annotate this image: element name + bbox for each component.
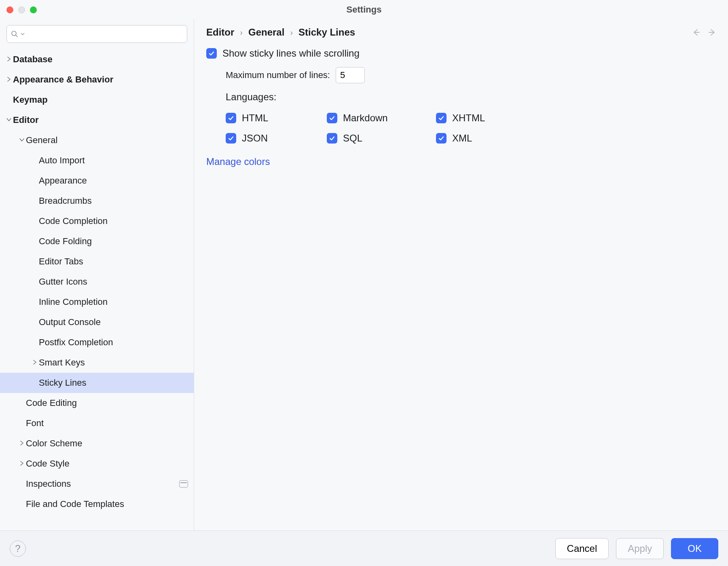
- breadcrumb-item[interactable]: General: [248, 27, 284, 38]
- search-input[interactable]: [27, 29, 183, 39]
- tree-item-label: Font: [26, 418, 44, 429]
- language-label: JSON: [242, 133, 268, 144]
- tree-item-label: Postfix Completion: [39, 337, 113, 348]
- language-checkbox[interactable]: SQL: [327, 133, 432, 144]
- tree-item[interactable]: Postfix Completion: [0, 332, 194, 353]
- show-sticky-lines-checkbox[interactable]: Show sticky lines while scrolling: [206, 48, 717, 59]
- svg-point-0: [12, 31, 16, 36]
- tree-item-label: Inline Completion: [39, 297, 108, 307]
- tree-item[interactable]: Smart Keys: [0, 353, 194, 373]
- expand-icon[interactable]: [31, 359, 39, 366]
- tree-item[interactable]: General: [0, 130, 194, 150]
- tree-item-label: Smart Keys: [39, 357, 85, 368]
- tree-item[interactable]: Appearance & Behavior: [0, 70, 194, 90]
- expand-icon[interactable]: [18, 137, 26, 144]
- checkbox-icon: [436, 133, 447, 144]
- tree-item[interactable]: Inspections: [0, 474, 194, 494]
- tree-item[interactable]: Code Style: [0, 454, 194, 474]
- tree-item-label: Output Console: [39, 317, 101, 327]
- languages-grid: HTMLMarkdownXHTMLJSONSQLXML: [206, 111, 717, 144]
- tree-item[interactable]: Editor Tabs: [0, 251, 194, 272]
- language-checkbox[interactable]: HTML: [226, 112, 323, 124]
- tree-item[interactable]: Code Editing: [0, 393, 194, 413]
- expand-icon[interactable]: [5, 76, 13, 83]
- tree-item[interactable]: Font: [0, 413, 194, 433]
- checkbox-icon: [226, 133, 236, 144]
- ok-button[interactable]: OK: [671, 538, 718, 559]
- checkbox-icon: [206, 48, 217, 59]
- language-label: Markdown: [343, 112, 388, 124]
- tree-item[interactable]: File and Code Templates: [0, 494, 194, 514]
- language-checkbox[interactable]: JSON: [226, 133, 323, 144]
- tree-item-label: Appearance: [39, 175, 87, 186]
- settings-sidebar: DatabaseAppearance & BehaviorKeymapEdito…: [0, 19, 194, 530]
- language-checkbox[interactable]: XHTML: [436, 112, 517, 124]
- language-checkbox[interactable]: Markdown: [327, 112, 432, 124]
- breadcrumb-nav: [692, 28, 717, 37]
- tree-item[interactable]: Output Console: [0, 312, 194, 332]
- tree-item-label: Sticky Lines: [39, 378, 86, 388]
- tree-item-label: General: [26, 135, 57, 146]
- tree-item[interactable]: Auto Import: [0, 150, 194, 171]
- tree-item-label: Code Completion: [39, 216, 108, 226]
- tree-item-label: Breadcrumbs: [39, 196, 92, 206]
- tree-item-label: Gutter Icons: [39, 277, 87, 287]
- max-lines-label: Maximum number of lines:: [226, 70, 330, 80]
- chevron-down-icon: [21, 32, 25, 36]
- svg-line-1: [16, 35, 17, 37]
- expand-icon[interactable]: [18, 440, 26, 447]
- tree-item[interactable]: Database: [0, 49, 194, 70]
- show-sticky-lines-label: Show sticky lines while scrolling: [222, 48, 360, 59]
- settings-content: Editor › General › Sticky Lines Show sti…: [194, 19, 728, 530]
- tree-item-label: Auto Import: [39, 155, 85, 166]
- expand-icon[interactable]: [5, 116, 13, 124]
- tree-item-label: File and Code Templates: [26, 499, 124, 509]
- tree-item-label: Editor: [13, 115, 39, 125]
- tree-item[interactable]: Appearance: [0, 171, 194, 191]
- cancel-button[interactable]: Cancel: [555, 538, 609, 559]
- nav-back-icon[interactable]: [692, 28, 700, 37]
- tree-item[interactable]: Code Completion: [0, 211, 194, 231]
- scope-badge-icon: [179, 480, 188, 488]
- language-label: XML: [452, 133, 472, 144]
- language-checkbox[interactable]: XML: [436, 133, 517, 144]
- breadcrumb-sep: ›: [240, 28, 243, 37]
- tree-item-label: Appearance & Behavior: [13, 74, 113, 85]
- breadcrumb-item[interactable]: Editor: [206, 27, 234, 38]
- tree-item-label: Editor Tabs: [39, 256, 83, 267]
- languages-label: Languages:: [226, 91, 276, 103]
- tree-item[interactable]: Gutter Icons: [0, 272, 194, 292]
- tree-item[interactable]: Keymap: [0, 90, 194, 110]
- max-lines-input[interactable]: [336, 67, 365, 83]
- tree-item-label: Code Folding: [39, 236, 92, 247]
- search-input-wrapper[interactable]: [6, 25, 187, 43]
- checkbox-icon: [226, 113, 236, 123]
- breadcrumb-item: Sticky Lines: [298, 27, 355, 38]
- tree-item[interactable]: Breadcrumbs: [0, 191, 194, 211]
- apply-button: Apply: [616, 538, 664, 559]
- tree-item[interactable]: Color Scheme: [0, 433, 194, 454]
- tree-item[interactable]: Code Folding: [0, 231, 194, 251]
- help-button[interactable]: ?: [10, 541, 26, 557]
- tree-item-label: Color Scheme: [26, 438, 82, 449]
- tree-item-label: Code Style: [26, 458, 70, 469]
- expand-icon[interactable]: [5, 56, 13, 63]
- manage-colors-link[interactable]: Manage colors: [206, 152, 717, 167]
- breadcrumb-sep: ›: [290, 28, 293, 37]
- tree-item-label: Keymap: [13, 95, 48, 105]
- dialog-footer: ? Cancel Apply OK: [0, 530, 728, 566]
- checkbox-icon: [436, 113, 447, 123]
- expand-icon[interactable]: [18, 460, 26, 467]
- checkbox-icon: [327, 133, 337, 144]
- checkbox-icon: [327, 113, 337, 123]
- nav-forward-icon[interactable]: [708, 28, 717, 37]
- tree-item-label: Code Editing: [26, 398, 77, 408]
- tree-item[interactable]: Inline Completion: [0, 292, 194, 312]
- tree-item[interactable]: Sticky Lines: [0, 373, 194, 393]
- language-label: XHTML: [452, 112, 485, 124]
- language-label: HTML: [242, 112, 268, 124]
- tree-item-label: Database: [13, 54, 53, 65]
- titlebar: Settings: [0, 0, 728, 19]
- tree-item-label: Inspections: [26, 479, 71, 489]
- tree-item[interactable]: Editor: [0, 110, 194, 130]
